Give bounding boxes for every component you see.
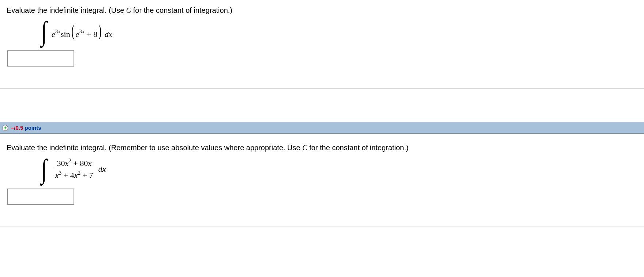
q1-lparen: ( xyxy=(71,22,74,40)
q1-answer-input[interactable] xyxy=(7,50,74,67)
q2-integral: ∫ 30x2 + 80x x3 + 4x2 + 7 dx xyxy=(0,155,644,182)
integral-sign-icon: ∫ xyxy=(41,23,47,40)
q1-rparen: ) xyxy=(98,22,101,40)
q1-e1: e xyxy=(52,30,55,39)
q1-plus8: + 8 xyxy=(85,30,97,39)
question-1: Evaluate the indefinite integral. (Use C… xyxy=(0,0,644,89)
question-2-prompt: Evaluate the indefinite integral. (Remem… xyxy=(0,141,644,155)
integral-sign-icon: ∫ xyxy=(41,161,47,178)
q2d-x1: x xyxy=(55,171,59,180)
q2-numerator: 30x2 + 80x xyxy=(55,158,94,169)
q2-denominator: x3 + 4x2 + 7 xyxy=(53,169,96,180)
question-2: Evaluate the indefinite integral. (Remem… xyxy=(0,134,644,227)
q1-e2: e xyxy=(75,30,79,39)
points-text: –/0.5 points xyxy=(11,125,41,131)
spacer xyxy=(0,89,644,122)
q2n-30: 30 xyxy=(57,159,65,168)
q1-integrand: e3xsin(e3x + 8) dx xyxy=(52,22,112,41)
points-bar[interactable]: –/0.5 points xyxy=(0,122,644,134)
q1-prompt-text-b: for the constant of integration.) xyxy=(131,6,232,14)
q2d-sq: 2 xyxy=(78,170,80,176)
q1-exp2: 3x xyxy=(79,28,85,34)
q2-prompt-text-a: Evaluate the indefinite integral. (Remem… xyxy=(7,144,302,152)
q2-fraction: 30x2 + 80x x3 + 4x2 + 7 xyxy=(53,158,96,181)
q1-prompt-text-a: Evaluate the indefinite integral. (Use xyxy=(7,6,126,14)
q1-const-var: C xyxy=(126,6,131,14)
question-1-prompt: Evaluate the indefinite integral. (Use C… xyxy=(0,4,644,18)
q2n-x1: x xyxy=(65,159,68,168)
q2-dx: dx xyxy=(98,164,106,174)
q2d-cu: 3 xyxy=(59,170,62,176)
q1-integral: ∫ e3xsin(e3x + 8) dx xyxy=(0,18,644,44)
points-score: –/0.5 xyxy=(11,125,23,131)
q1-dx: dx xyxy=(103,30,112,39)
q2d-4: + 4 xyxy=(61,171,74,180)
q2n-x2: x xyxy=(88,159,91,168)
q2n-80: + 80 xyxy=(71,159,88,168)
q2n-sq: 2 xyxy=(68,157,71,163)
q2-prompt-text-b: for the constant of integration.) xyxy=(307,144,409,152)
expand-icon[interactable] xyxy=(2,125,8,131)
q1-sin: sin xyxy=(61,30,70,39)
q1-exp1: 3x xyxy=(55,28,61,34)
points-label: points xyxy=(23,125,41,131)
q2-answer-input[interactable] xyxy=(7,189,74,205)
q2d-7: + 7 xyxy=(80,171,93,180)
q2-const-var: C xyxy=(302,144,307,152)
